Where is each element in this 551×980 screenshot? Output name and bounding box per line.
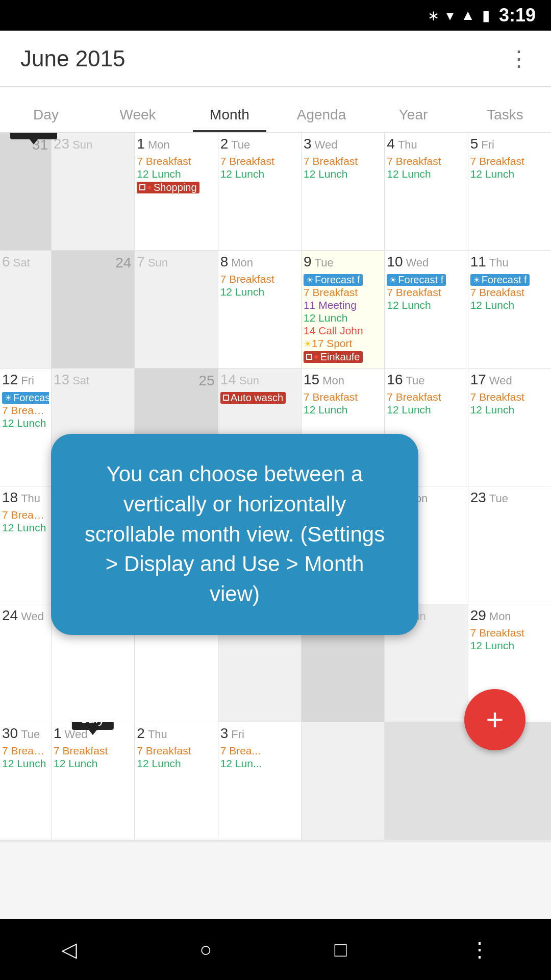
nav-bar: ◁ ○ □ ⋮ bbox=[0, 919, 551, 980]
day-3-fri-july[interactable]: 3Fri 7 Brea... 12 Lun... bbox=[218, 722, 301, 840]
day-11-thu[interactable]: 11 Thu ☀ Forecast f 7 Breakfast 12 Lunch bbox=[468, 251, 551, 368]
wifi-icon: ▾ bbox=[446, 7, 454, 24]
day-1-mon[interactable]: 1 Mon 7 Breakfast 12 Lunch ● Shopping bbox=[135, 133, 217, 250]
status-bar: ∗ ▾ ▲ ▮ 3:19 bbox=[0, 0, 551, 31]
calendar-area: 31 June 23 Sun 1 Mon 7 Breakfast 12 Lunc… bbox=[0, 133, 551, 842]
battery-icon: ▮ bbox=[482, 7, 490, 24]
status-icons: ∗ ▾ ▲ ▮ bbox=[428, 7, 490, 24]
menu-button[interactable]: ⋮ bbox=[508, 48, 531, 69]
day-8-mon[interactable]: 8 Mon 7 Breakfast 12 Lunch bbox=[218, 251, 301, 368]
day-10-wed[interactable]: 10 Wed ☀ Forecast f 7 Breakfast 12 Lunch bbox=[385, 251, 467, 368]
day-4-thu[interactable]: 4 Thu 7 Breakfast 12 Lunch bbox=[385, 133, 467, 250]
view-tabs: Day Week Month Agenda Year Tasks bbox=[0, 87, 551, 133]
home-button[interactable]: ○ bbox=[199, 938, 212, 961]
june-label: June bbox=[10, 133, 57, 139]
day-7-sun[interactable]: 7 Sun bbox=[135, 251, 217, 368]
recents-button[interactable]: □ bbox=[335, 938, 347, 961]
add-icon: + bbox=[486, 704, 504, 735]
back-button[interactable]: ◁ bbox=[61, 938, 77, 961]
tooltip-overlay: You can choose between a vertically or h… bbox=[51, 434, 418, 635]
week-24: 24 bbox=[52, 251, 134, 368]
day-24-wed[interactable]: 24Wed bbox=[0, 604, 51, 722]
day-2-tue[interactable]: 2 Tue 7 Breakfast 12 Lunch bbox=[218, 133, 301, 250]
day-23-tue[interactable]: 23Tue bbox=[468, 486, 551, 604]
tab-tasks[interactable]: Tasks bbox=[459, 107, 551, 132]
tab-week[interactable]: Week bbox=[92, 107, 184, 132]
day-5-fri[interactable]: 5 Fri 7 Breakfast 12 Lunch bbox=[468, 133, 551, 250]
day-2-thu-july[interactable]: 2Thu 7 Breakfast 12 Lunch bbox=[135, 722, 217, 840]
app-header: June 2015 ⋮ bbox=[0, 31, 551, 87]
day-18-thu[interactable]: 18 Thu 7 Breakfast 12 Lunch bbox=[0, 486, 51, 604]
tab-year[interactable]: Year bbox=[367, 107, 459, 132]
day-9-tue[interactable]: 9 Tue ☀ Forecast f 7 Breakfast 11 Meetin… bbox=[302, 251, 384, 368]
header-title: June 2015 bbox=[20, 46, 126, 71]
overflow-button[interactable]: ⋮ bbox=[469, 938, 490, 961]
event-shopping: ● Shopping bbox=[137, 181, 215, 193]
july-label: July bbox=[72, 722, 114, 730]
tab-month[interactable]: Month bbox=[184, 107, 276, 132]
add-event-button[interactable]: + bbox=[464, 689, 525, 750]
bluetooth-icon: ∗ bbox=[428, 7, 439, 24]
event-breakfast: 7 Breakfast bbox=[137, 155, 215, 167]
day-30-tue[interactable]: 30Tue 7 Breakfast 12 Lunch bbox=[0, 722, 51, 840]
event-lunch: 12 Lunch bbox=[137, 168, 215, 180]
tab-agenda[interactable]: Agenda bbox=[276, 107, 367, 132]
day-1-wed-july[interactable]: July 1Wed 7 Breakfast 12 Lunch bbox=[52, 722, 134, 840]
tab-day[interactable]: Day bbox=[0, 107, 92, 132]
tooltip-text: You can choose between a vertically or h… bbox=[79, 459, 390, 609]
week-31: 31 June bbox=[0, 133, 51, 250]
day-17-wed[interactable]: 17 Wed 7 Breakfast 12 Lunch bbox=[468, 369, 551, 486]
day-3-wed[interactable]: 3 Wed 7 Breakfast 12 Lunch bbox=[302, 133, 384, 250]
day-end-sat[interactable] bbox=[302, 722, 384, 840]
day-6-sat[interactable]: 6 Sat bbox=[0, 251, 51, 368]
day-23-sun[interactable]: 23 Sun bbox=[52, 133, 134, 250]
status-time: 3:19 bbox=[499, 5, 536, 26]
day-12-fri[interactable]: 12 Fri ☀ Forecast f 7 Breakfast 12 Lunch bbox=[0, 369, 51, 486]
signal-icon: ▲ bbox=[461, 7, 475, 23]
